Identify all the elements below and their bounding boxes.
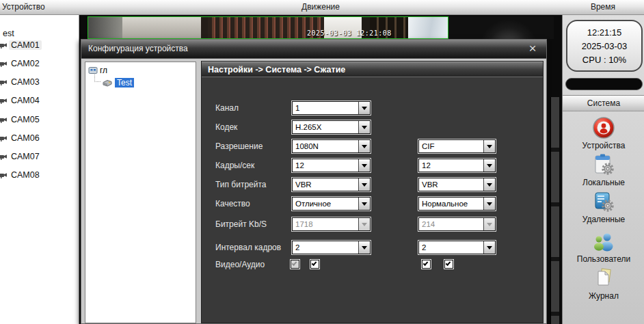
journal-icon: [563, 265, 644, 291]
camera-label: CAM08: [9, 170, 42, 180]
system-section-header: Система: [563, 95, 644, 111]
sidebar-item-journal[interactable]: Журнал: [563, 265, 644, 301]
clock-date: 2025-03-03: [582, 41, 628, 51]
cpu-usage: CPU : 10%: [582, 55, 626, 65]
sidebar-item-local[interactable]: Локальные: [563, 152, 644, 187]
close-icon[interactable]: ×: [526, 41, 539, 56]
top-header-bar: Устройство Движение Время: [0, 0, 644, 15]
camera-list-item[interactable]: CAM05: [0, 114, 42, 125]
time-panel-title: Время: [562, 2, 644, 12]
right-sidebar: 12:21:15 2025-03-03 CPU : 10% Система Ус…: [562, 15, 644, 324]
field-label-iframe-interval: Интервал кадров: [215, 241, 281, 254]
check-icon: [292, 260, 297, 266]
camera-label: CAM07: [9, 152, 42, 161]
video-checkbox-main[interactable]: [291, 260, 299, 269]
dialog-title: Конфигурация устройства: [88, 44, 188, 53]
dialog-title-bar[interactable]: Конфигурация устройства ×: [81, 40, 546, 59]
chevron-down-icon: [483, 241, 495, 254]
network-icon: [88, 66, 98, 75]
remote-settings-icon: [563, 189, 644, 214]
device-tree-panel: est CAM01 CAM02 CAM03 CAM04 CAM05 CAM06: [0, 15, 79, 324]
camera-label: CAM05: [9, 115, 42, 124]
local-settings-icon: [563, 152, 644, 177]
sidebar-item-users[interactable]: Пользователи: [563, 228, 644, 264]
chevron-down-icon: [358, 198, 370, 210]
quality-sub-select[interactable]: Нормальное: [418, 197, 496, 211]
tree-connector: [94, 75, 100, 82]
field-label-resolution: Разрешение: [215, 139, 263, 153]
camera-list-item[interactable]: CAM01: [0, 40, 42, 51]
camera-list-item[interactable]: CAM07: [0, 151, 42, 162]
sidebar-item-label: Устройства: [563, 141, 644, 150]
camera-label: CAM03: [9, 77, 42, 87]
camera-icon: [0, 172, 7, 178]
chevron-down-icon: [483, 198, 495, 210]
field-label-quality: Качество: [215, 197, 250, 211]
channel-select[interactable]: 1: [292, 101, 371, 115]
tree-root-node[interactable]: гл: [88, 66, 107, 75]
sidebar-item-devices[interactable]: Устройства: [563, 115, 644, 150]
sidebar-item-label: Локальные: [563, 178, 644, 187]
fps-sub-select[interactable]: 12: [418, 159, 496, 172]
chevron-down-icon: [358, 102, 370, 114]
codec-select[interactable]: H.265X: [292, 120, 371, 134]
field-label-video-audio: Видео/Аудио: [215, 260, 265, 269]
users-icon: [563, 228, 644, 254]
chevron-down-icon: [483, 178, 495, 191]
devices-icon: [563, 115, 644, 140]
chevron-down-icon: [358, 140, 370, 152]
audio-checkbox-sub[interactable]: [444, 260, 453, 269]
chevron-down-icon: [483, 140, 495, 152]
motion-panel-title: Движение: [79, 2, 562, 12]
audio-checkbox-main[interactable]: [310, 260, 319, 269]
resolution-main-select[interactable]: 1080N: [292, 139, 371, 153]
sidebar-item-label: Пользователи: [563, 254, 644, 264]
camera-list-item[interactable]: CAM06: [0, 133, 42, 144]
tree-root-label: гл: [100, 66, 107, 75]
video-thumbnail[interactable]: 2025-03-03 12:21:08: [88, 16, 448, 39]
bitrate-type-main-select[interactable]: VBR: [292, 178, 371, 191]
quality-main-select[interactable]: Отличное: [292, 197, 371, 211]
tree-root-item[interactable]: est: [1, 28, 16, 39]
dvr-device-icon: [102, 79, 113, 87]
chevron-down-icon: [358, 218, 370, 230]
clock-time: 12:21:15: [587, 27, 622, 38]
field-label-codec: Кодек: [215, 120, 237, 134]
breadcrumb: Настройки -> Система -> Сжатие: [202, 62, 543, 77]
tree-device-node[interactable]: Test: [102, 78, 134, 87]
camera-label: CAM06: [9, 133, 42, 143]
field-label-fps: Кадры/сек: [215, 159, 254, 172]
app-window: Устройство Движение Время est CAM01 CAM0…: [0, 0, 644, 324]
camera-list-item[interactable]: CAM08: [0, 170, 42, 180]
chevron-down-icon: [358, 241, 370, 254]
video-cell-dark[interactable]: [448, 16, 554, 39]
sidebar-item-remote[interactable]: Удаленные: [563, 189, 644, 224]
camera-label: CAM02: [9, 59, 42, 68]
iframe-interval-sub-select[interactable]: 2: [418, 241, 496, 254]
tree-root-label: est: [1, 29, 16, 38]
check-icon: [312, 260, 317, 266]
dialog-device-tree: гл Test: [85, 62, 196, 323]
bitrate-main-input: 1718: [292, 217, 371, 231]
settings-panel: Настройки -> Система -> Сжатие Канал 1 К…: [201, 61, 544, 323]
camera-list-item[interactable]: CAM04: [0, 95, 42, 106]
check-icon: [423, 260, 429, 266]
iframe-interval-main-select[interactable]: 2: [292, 241, 371, 254]
camera-list-item[interactable]: CAM03: [0, 77, 42, 87]
chevron-down-icon: [483, 159, 495, 172]
resolution-sub-select[interactable]: CIF: [418, 139, 496, 153]
bitrate-type-sub-select[interactable]: VBR: [418, 178, 496, 191]
field-label-channel: Канал: [215, 101, 239, 115]
sidebar-item-label: Удаленные: [563, 215, 644, 224]
fps-main-select[interactable]: 12: [292, 159, 371, 172]
video-osd-timestamp: 2025-03-03 12:21:08: [307, 29, 392, 37]
camera-list-item[interactable]: CAM02: [0, 58, 42, 69]
device-config-dialog: Конфигурация устройства × гл Test Настро…: [81, 39, 547, 324]
camera-icon: [0, 60, 7, 67]
camera-icon: [0, 97, 7, 104]
chevron-down-icon: [483, 218, 495, 230]
chevron-down-icon: [358, 178, 370, 191]
video-checkbox-sub[interactable]: [422, 260, 431, 269]
field-label-bitrate: Битрейт Kb/S: [215, 217, 267, 231]
video-grid-edge: [550, 97, 559, 324]
